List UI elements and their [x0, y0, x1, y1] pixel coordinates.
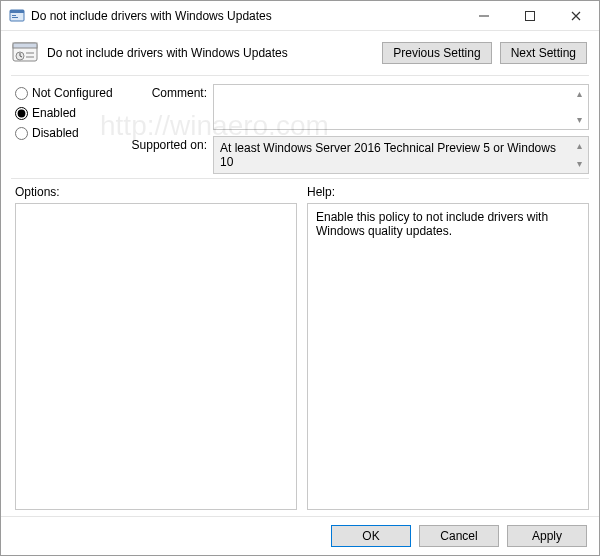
- svg-rect-2: [12, 15, 16, 16]
- svg-rect-5: [526, 11, 535, 20]
- supported-value: At least Windows Server 2016 Technical P…: [220, 141, 556, 169]
- policy-icon: [9, 8, 25, 24]
- titlebar: Do not include drivers with Windows Upda…: [1, 1, 599, 31]
- scroll-down-icon[interactable]: ▾: [572, 113, 586, 127]
- radio-enabled[interactable]: [15, 107, 28, 120]
- help-label: Help:: [307, 185, 589, 199]
- cancel-button[interactable]: Cancel: [419, 525, 499, 547]
- radio-disabled[interactable]: [15, 127, 28, 140]
- options-label: Options:: [15, 185, 297, 199]
- svg-rect-4: [479, 15, 489, 16]
- scroll-up-icon[interactable]: ▴: [572, 139, 586, 153]
- window: Do not include drivers with Windows Upda…: [0, 0, 600, 556]
- options-panel[interactable]: [15, 203, 297, 510]
- next-setting-button[interactable]: Next Setting: [500, 42, 587, 64]
- policy-large-icon: [11, 39, 39, 67]
- apply-button[interactable]: Apply: [507, 525, 587, 547]
- radio-not-configured-label: Not Configured: [32, 86, 113, 100]
- close-button[interactable]: [553, 1, 599, 31]
- policy-title: Do not include drivers with Windows Upda…: [47, 46, 374, 60]
- scroll-down-icon[interactable]: ▾: [572, 157, 586, 171]
- state-radios: Not Configured Enabled Disabled: [15, 84, 123, 174]
- config-area: Not Configured Enabled Disabled Comment:…: [1, 76, 599, 178]
- maximize-button[interactable]: [507, 1, 553, 31]
- supported-label: Supported on:: [129, 136, 207, 174]
- comment-label: Comment:: [129, 84, 207, 130]
- previous-setting-button[interactable]: Previous Setting: [382, 42, 491, 64]
- help-value: Enable this policy to not include driver…: [316, 210, 548, 238]
- radio-not-configured[interactable]: [15, 87, 28, 100]
- svg-rect-3: [12, 17, 18, 18]
- minimize-button[interactable]: [461, 1, 507, 31]
- window-title: Do not include drivers with Windows Upda…: [31, 9, 272, 23]
- radio-enabled-label: Enabled: [32, 106, 76, 120]
- help-panel: Enable this policy to not include driver…: [307, 203, 589, 510]
- scroll-up-icon[interactable]: ▴: [572, 87, 586, 101]
- comment-input[interactable]: ▴ ▾: [213, 84, 589, 130]
- svg-rect-7: [13, 43, 37, 48]
- svg-rect-9: [26, 52, 34, 54]
- header: Do not include drivers with Windows Upda…: [1, 31, 599, 75]
- svg-rect-1: [10, 10, 24, 13]
- supported-box: At least Windows Server 2016 Technical P…: [213, 136, 589, 174]
- panes: Options: Help: Enable this policy to not…: [1, 179, 599, 516]
- svg-rect-10: [26, 56, 34, 58]
- radio-disabled-label: Disabled: [32, 126, 79, 140]
- ok-button[interactable]: OK: [331, 525, 411, 547]
- footer: OK Cancel Apply: [1, 516, 599, 555]
